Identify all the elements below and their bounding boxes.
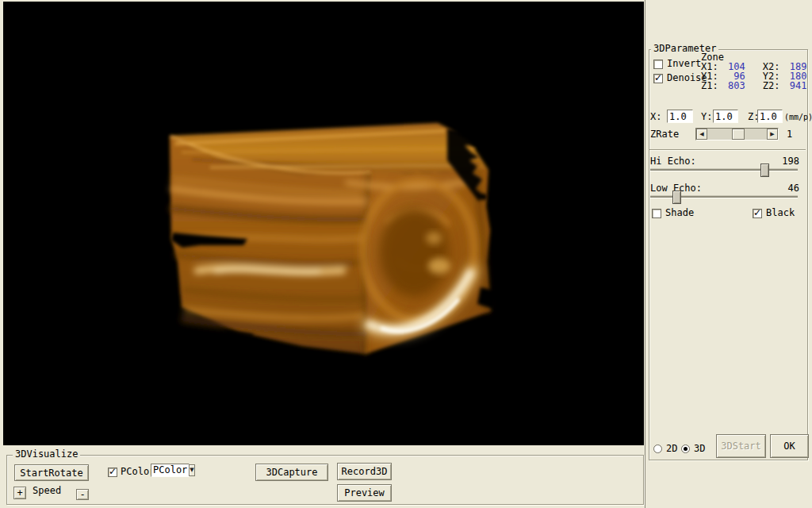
zrate-value: 1 — [787, 129, 792, 140]
pcolor-dropdown-value: PColor — [151, 464, 189, 476]
low-echo-slider-thumb[interactable] — [672, 190, 681, 204]
shade-checkbox[interactable]: ✓ — [652, 209, 661, 218]
zrate-scroll-thumb[interactable] — [732, 129, 745, 140]
hi-echo-label: Hi Echo: — [650, 156, 696, 167]
invert-checkbox[interactable]: ✓ — [653, 60, 663, 69]
black-label: Black — [766, 208, 795, 218]
zone-z1-value: 803 — [718, 81, 745, 91]
zone-z2-value: 941 — [779, 81, 806, 91]
shade-label: Shade — [665, 208, 694, 218]
mode-2d-radio[interactable] — [653, 444, 662, 453]
invert-label: Invert — [667, 59, 701, 69]
zrate-label: ZRate — [650, 129, 679, 140]
check-icon: ✓ — [654, 72, 662, 83]
scroll-right-icon: ▶ — [770, 132, 774, 137]
denoise-checkbox[interactable]: ✓ — [653, 74, 663, 83]
separator — [649, 149, 806, 151]
start-3d-button[interactable]: 3DStart — [716, 434, 766, 458]
voxel-y-input[interactable] — [713, 110, 738, 123]
pcolor-label: PColor — [121, 467, 155, 477]
mode-3d-label: 3D — [694, 444, 705, 454]
chevron-down-icon: ▼ — [190, 468, 193, 473]
low-echo-slider-track[interactable] — [650, 195, 798, 198]
speed-label: Speed — [33, 486, 61, 496]
voxel-y-label: Y: — [701, 112, 712, 122]
mode-2d-label: 2D — [666, 444, 677, 454]
capture-3d-button[interactable]: 3DCapture — [255, 464, 328, 481]
record-3d-button[interactable]: Record3D — [337, 463, 392, 480]
black-checkbox[interactable]: ✓ — [753, 209, 762, 218]
voxel-x-input[interactable] — [667, 110, 693, 123]
ok-button[interactable]: OK — [770, 434, 809, 458]
low-echo-value: 46 — [761, 183, 799, 194]
speed-plus-button[interactable]: + — [13, 487, 26, 499]
zone-row-z: Z1:803Z2:941 — [701, 81, 806, 91]
speed-minus-button[interactable]: - — [76, 489, 89, 500]
visualize-group-title: 3DVisualize — [13, 449, 80, 459]
preview-button[interactable]: Preview — [337, 484, 392, 502]
zrate-scroll-left-button[interactable]: ◀ — [696, 129, 707, 140]
volume-render-3d — [3, 2, 644, 445]
check-icon: ✓ — [109, 466, 117, 477]
zone-z1-label: Z1: — [701, 80, 718, 91]
render-viewport[interactable] — [3, 2, 644, 445]
hi-echo-slider-thumb[interactable] — [760, 164, 769, 177]
pcolor-dropdown[interactable]: PColor ▼ — [151, 464, 190, 477]
start-rotate-button[interactable]: StartRotate — [14, 464, 89, 481]
zone-z2-label: Z2: — [763, 80, 780, 91]
dropdown-button[interactable]: ▼ — [189, 464, 194, 476]
voxel-x-label: X: — [650, 112, 661, 122]
zrate-scroll-right-button[interactable]: ▶ — [767, 129, 778, 140]
mode-3d-radio[interactable] — [681, 444, 690, 453]
hi-echo-slider-track[interactable] — [650, 168, 798, 171]
check-icon: ✓ — [753, 207, 761, 218]
voxel-z-input[interactable] — [757, 110, 783, 123]
app-window: 3DParameter ✓ Invert ✓ Denoise Zone X1:1… — [0, 0, 812, 508]
voxel-unit-label: (mm/p) — [784, 112, 812, 122]
scroll-left-icon: ◀ — [699, 132, 703, 137]
pcolor-checkbox[interactable]: ✓ — [108, 468, 117, 477]
zrate-scrollbar[interactable]: ◀ ▶ — [695, 128, 779, 140]
